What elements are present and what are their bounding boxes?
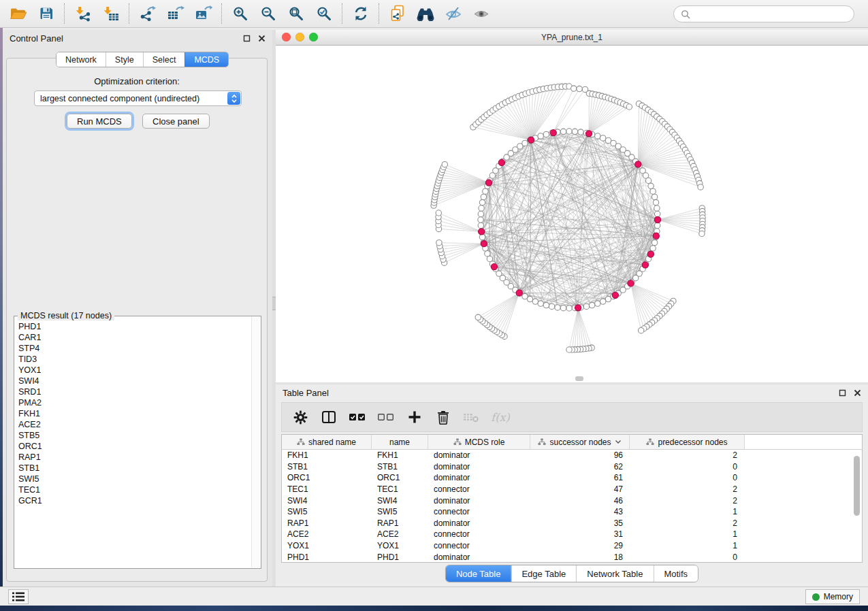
- table-cell: 0: [630, 462, 745, 472]
- result-scrollbar-track[interactable]: [251, 317, 260, 567]
- column-header-name[interactable]: name: [372, 435, 428, 449]
- tab-network-table[interactable]: Network Table: [576, 565, 653, 582]
- close-table-panel-button[interactable]: [853, 389, 861, 397]
- run-mcds-button[interactable]: Run MCDS: [67, 114, 132, 129]
- split-table-view-button[interactable]: [320, 408, 338, 426]
- mcds-result-item[interactable]: FKH1: [18, 408, 250, 419]
- table-row[interactable]: STB1STB1dominator620: [282, 461, 862, 473]
- search-input[interactable]: [694, 9, 854, 20]
- zoom-in-button[interactable]: [226, 2, 254, 25]
- mcds-result-item[interactable]: STB5: [18, 430, 250, 441]
- hide-selected-icon: [445, 5, 462, 22]
- list-icon: [12, 591, 25, 602]
- zoom-window-light[interactable]: [309, 33, 318, 42]
- table-cell: 1: [630, 529, 745, 539]
- table-row[interactable]: ACE2ACE2connector311: [282, 529, 862, 540]
- tab-edge-table[interactable]: Edge Table: [511, 565, 576, 582]
- delete-column-button[interactable]: [434, 408, 452, 426]
- find-binoculars-button[interactable]: [411, 2, 439, 25]
- mcds-result-item[interactable]: SWI5: [18, 474, 250, 484]
- table-cell: TEC1: [282, 484, 372, 494]
- tab-node-table[interactable]: Node Table: [446, 565, 511, 582]
- minimize-window-light[interactable]: [295, 33, 304, 42]
- table-row[interactable]: FKH1FKH1dominator962: [282, 450, 862, 461]
- mcds-result-item[interactable]: STB1: [18, 463, 250, 474]
- mcds-result-item[interactable]: PHD1: [18, 321, 250, 332]
- export-image-button[interactable]: [189, 2, 217, 25]
- zoom-fit-button[interactable]: [282, 2, 310, 25]
- criterion-dropdown[interactable]: largest connected component (undirected): [34, 90, 242, 106]
- table-row[interactable]: RAP1RAP1dominator352: [282, 518, 862, 529]
- desktop: { "toolbar": { "items": ["open-file","sa…: [0, 0, 868, 611]
- mcds-result-item[interactable]: STP4: [18, 343, 250, 354]
- column-label: successor nodes: [549, 437, 611, 447]
- chevron-down-icon[interactable]: [615, 440, 622, 444]
- network-graph[interactable]: [276, 46, 868, 382]
- search-box: [673, 5, 854, 22]
- float-table-panel-button[interactable]: [838, 389, 846, 397]
- show-all-button[interactable]: [467, 2, 495, 25]
- table-cell: connector: [428, 529, 530, 539]
- mcds-result-item[interactable]: SRD1: [18, 386, 250, 397]
- table-cell: 43: [530, 507, 630, 516]
- column-header-predecessor-nodes[interactable]: predecessor nodes: [630, 435, 745, 449]
- save-session-button[interactable]: [32, 2, 60, 25]
- column-header-successor-nodes[interactable]: successor nodes: [530, 435, 630, 449]
- tab-motifs[interactable]: Motifs: [653, 565, 698, 582]
- mcds-result-item[interactable]: RAP1: [18, 452, 250, 463]
- table-row[interactable]: SWI4SWI4dominator462: [282, 495, 862, 506]
- table-scrollbar-thumb[interactable]: [854, 456, 860, 516]
- table-cell: PHD1: [282, 552, 372, 562]
- mcds-result-item[interactable]: YOX1: [18, 365, 250, 376]
- tree-icon: [646, 438, 654, 446]
- header-filler: [745, 435, 862, 449]
- export-table-button[interactable]: [161, 2, 189, 25]
- new-network-from-selection-button[interactable]: [383, 2, 411, 25]
- table-row[interactable]: YOX1YOX1connector291: [282, 540, 862, 552]
- close-window-light[interactable]: [282, 33, 291, 42]
- close-panel-button-2[interactable]: Close panel: [142, 114, 210, 129]
- network-canvas[interactable]: [276, 46, 868, 382]
- tab-network[interactable]: Network: [57, 52, 106, 67]
- import-table-button[interactable]: [97, 2, 125, 25]
- mcds-result-item[interactable]: TID3: [18, 354, 250, 365]
- tab-select[interactable]: Select: [143, 52, 185, 67]
- column-settings-button[interactable]: [291, 408, 309, 426]
- apply-layout-button[interactable]: [347, 2, 374, 25]
- table-row[interactable]: ORC1ORC1dominator610: [282, 472, 862, 484]
- mcds-result-item[interactable]: GCR1: [18, 495, 250, 506]
- table-toolbar: f(x): [281, 402, 863, 432]
- hide-selected-button[interactable]: [439, 2, 467, 25]
- mcds-result-item[interactable]: SWI4: [18, 376, 250, 386]
- table-row[interactable]: PHD1PHD1dominator180: [282, 551, 862, 563]
- zoom-selected-button[interactable]: [310, 2, 338, 25]
- import-network-button[interactable]: [69, 2, 97, 25]
- float-panel-button[interactable]: [242, 35, 251, 43]
- deselect-all-rows-button[interactable]: [377, 408, 395, 426]
- mcds-result-item[interactable]: TEC1: [18, 484, 250, 495]
- network-hscroll-thumb[interactable]: [575, 376, 583, 381]
- memory-button[interactable]: Memory: [805, 589, 860, 604]
- find-binoculars-icon: [416, 6, 435, 21]
- import-network-icon: [74, 5, 92, 22]
- column-header-MCDS-role[interactable]: MCDS role: [428, 435, 530, 449]
- add-column-button[interactable]: [406, 408, 423, 426]
- save-session-icon: [38, 5, 54, 22]
- select-all-rows-button[interactable]: [349, 408, 366, 426]
- column-header-shared-name[interactable]: shared name: [282, 435, 372, 449]
- tab-style[interactable]: Style: [106, 52, 143, 67]
- mcds-result-item[interactable]: PMA2: [18, 397, 250, 408]
- table-header-row: shared namenameMCDS rolesuccessor nodesp…: [282, 435, 862, 450]
- network-window-titlebar[interactable]: YPA_prune.txt_1: [276, 30, 868, 46]
- table-row[interactable]: TEC1TEC1connector472: [282, 484, 862, 495]
- export-network-button[interactable]: [133, 2, 161, 25]
- tab-mcds[interactable]: MCDS: [184, 52, 228, 67]
- close-panel-button[interactable]: [257, 35, 266, 43]
- task-history-button[interactable]: [8, 589, 29, 604]
- open-file-button[interactable]: [4, 2, 32, 25]
- table-row[interactable]: SWI5SWI5connector431: [282, 506, 862, 518]
- zoom-out-button[interactable]: [254, 2, 282, 25]
- mcds-result-item[interactable]: ACE2: [18, 419, 250, 430]
- mcds-result-item[interactable]: CAR1: [18, 332, 250, 343]
- mcds-result-item[interactable]: ORC1: [18, 441, 250, 452]
